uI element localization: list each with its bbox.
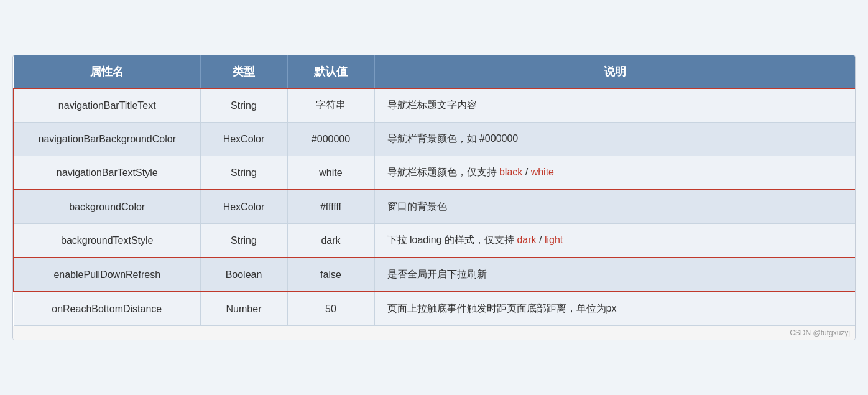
cell-default: #000000: [287, 123, 374, 156]
property-table: 属性名 类型 默认值 说明 navigationBarTitleText Str…: [13, 55, 855, 326]
cell-type: Number: [200, 292, 287, 326]
main-table-wrapper: 属性名 类型 默认值 说明 navigationBarTitleText Str…: [12, 55, 856, 340]
cell-prop-name: navigationBarTextStyle: [14, 156, 200, 190]
desc-red2: white: [531, 167, 554, 177]
table-row: onReachBottomDistance Number 50 页面上拉触底事件…: [14, 292, 855, 326]
watermark: CSDN @tutgxuzyj: [13, 326, 855, 340]
cell-default: 字符串: [287, 88, 374, 123]
cell-desc: 窗口的背景色: [374, 190, 855, 224]
cell-prop-name: navigationBarTitleText: [14, 88, 200, 123]
header-default: 默认值: [287, 55, 374, 88]
cell-desc-mixed: 下拉 loading 的样式，仅支持 dark / light: [374, 224, 855, 258]
desc-mid: /: [522, 167, 530, 177]
header-type: 类型: [200, 55, 287, 88]
table-row: enablePullDownRefresh Boolean false 是否全局…: [14, 258, 855, 292]
desc-red1: dark: [517, 235, 536, 245]
desc-prefix: 下拉 loading 的样式，仅支持: [387, 235, 517, 245]
desc-red2: light: [545, 235, 563, 245]
cell-desc: 导航栏标题文字内容: [374, 88, 855, 123]
cell-type: Boolean: [200, 258, 287, 292]
table-row: navigationBarTitleText String 字符串 导航栏标题文…: [14, 88, 855, 123]
table-row: navigationBarBackgroundColor HexColor #0…: [14, 123, 855, 156]
desc-red1: black: [499, 167, 522, 177]
desc-mid: /: [537, 235, 545, 245]
cell-type: String: [200, 156, 287, 190]
desc-prefix: 导航栏标题颜色，仅支持: [387, 167, 499, 177]
cell-type: HexColor: [200, 190, 287, 224]
table-row: backgroundTextStyle String dark 下拉 loadi…: [14, 224, 855, 258]
cell-prop-name: backgroundColor: [14, 190, 200, 224]
cell-prop-name: onReachBottomDistance: [14, 292, 200, 326]
cell-type: String: [200, 224, 287, 258]
header-name: 属性名: [14, 55, 200, 88]
cell-default: false: [287, 258, 374, 292]
cell-default: dark: [287, 224, 374, 258]
cell-desc: 导航栏背景颜色，如 #000000: [374, 123, 855, 156]
cell-type: HexColor: [200, 123, 287, 156]
cell-default: white: [287, 156, 374, 190]
table-row: navigationBarTextStyle String white 导航栏标…: [14, 156, 855, 190]
header-desc: 说明: [374, 55, 855, 88]
cell-prop-name: enablePullDownRefresh: [14, 258, 200, 292]
table-header-row: 属性名 类型 默认值 说明: [14, 55, 855, 88]
cell-desc: 是否全局开启下拉刷新: [374, 258, 855, 292]
cell-default: 50: [287, 292, 374, 326]
cell-desc: 页面上拉触底事件触发时距页面底部距离，单位为px: [374, 292, 855, 326]
table-row: backgroundColor HexColor #ffffff 窗口的背景色: [14, 190, 855, 224]
cell-desc-mixed: 导航栏标题颜色，仅支持 black / white: [374, 156, 855, 190]
cell-prop-name: navigationBarBackgroundColor: [14, 123, 200, 156]
cell-type: String: [200, 88, 287, 123]
cell-default: #ffffff: [287, 190, 374, 224]
cell-prop-name: backgroundTextStyle: [14, 224, 200, 258]
